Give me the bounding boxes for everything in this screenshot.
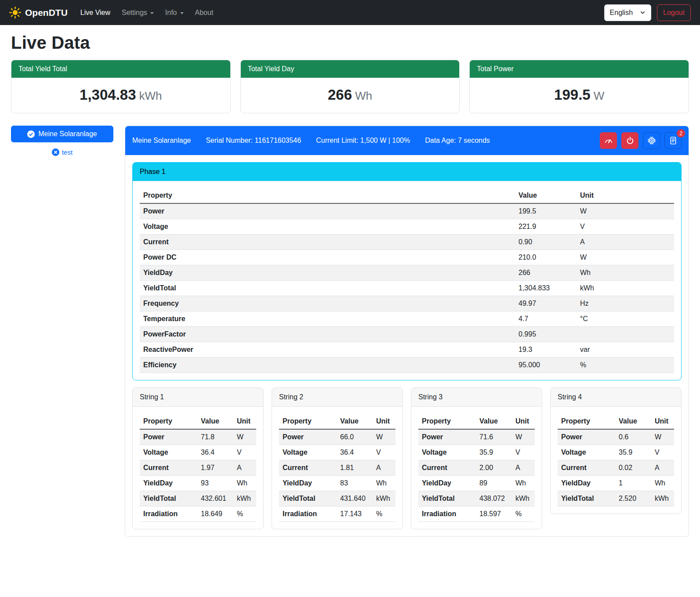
table-row: Current 0.02 A	[558, 460, 674, 476]
property-name: Voltage	[418, 445, 476, 460]
string-title: String 2	[272, 388, 403, 407]
sidebar-item-test-label: test	[62, 148, 73, 156]
property-value: 0.6	[615, 429, 651, 445]
table-header-row: Property Value Unit	[140, 188, 674, 203]
property-value: 49.97	[515, 296, 577, 311]
property-value: 71.6	[476, 429, 512, 445]
property-value: 1	[615, 476, 651, 491]
col-header-value: Value	[515, 188, 577, 203]
nav-settings-dropdown[interactable]: Settings	[116, 5, 160, 20]
nav-info-dropdown[interactable]: Info	[160, 5, 189, 20]
property-value: 221.9	[515, 219, 577, 235]
nav-links: Live View Settings Info About	[75, 5, 219, 20]
property-unit: A	[233, 460, 256, 476]
property-value: 1.97	[197, 460, 233, 476]
table-row: YieldDay 89 Wh	[418, 476, 535, 491]
property-unit: kWh	[373, 491, 395, 507]
property-name: Current	[279, 460, 337, 476]
table-row: Voltage 35.9 V	[558, 445, 674, 460]
property-value: 0.02	[615, 460, 651, 476]
strings-row: String 1 Property Value Unit	[132, 387, 682, 529]
property-value: 17.143	[337, 507, 373, 522]
property-value: 36.4	[337, 445, 373, 460]
property-name: YieldTotal	[279, 491, 337, 507]
property-name: Power	[558, 429, 615, 445]
inverter-data-age: Data Age: 7 seconds	[425, 137, 490, 145]
property-name: Current	[140, 460, 197, 476]
card-body: 199.5W	[470, 78, 689, 113]
property-value: 93	[197, 476, 233, 491]
string-table: Property Value Unit Power	[140, 414, 256, 522]
table-row: YieldDay 266 Wh	[140, 265, 674, 281]
property-name: YieldTotal	[140, 491, 197, 507]
phase-title: Phase 1	[133, 163, 681, 181]
nav-settings-label: Settings	[122, 9, 147, 17]
col-header-unit: Unit	[651, 414, 674, 429]
navbar: OpenDTU Live View Settings Info About En…	[0, 0, 700, 25]
string-body: Property Value Unit Power	[133, 407, 263, 529]
inverter-select-label: Meine Solaranlage	[38, 130, 97, 138]
chevron-down-icon	[640, 10, 646, 15]
property-name: Voltage	[558, 445, 615, 460]
property-name: Power DC	[140, 250, 515, 265]
property-name: ReactivePower	[140, 342, 515, 358]
inverter-select-button[interactable]: Meine Solaranlage	[11, 126, 113, 142]
language-select[interactable]: English	[604, 4, 651, 21]
table-row: Power 0.6 W	[558, 429, 674, 445]
table-header-row: Property Value Unit	[418, 414, 535, 429]
property-value: 1,304.833	[515, 281, 577, 296]
summary-cards: Total Yield Total 1,304.83kWh Total Yiel…	[11, 60, 689, 113]
table-row: Power 71.6 W	[418, 429, 535, 445]
col-header-value: Value	[615, 414, 651, 429]
limit-settings-button[interactable]	[600, 132, 617, 149]
brand-link[interactable]: OpenDTU	[6, 7, 71, 18]
nav-about[interactable]: About	[189, 5, 219, 20]
property-unit: W	[651, 429, 674, 445]
property-unit: W	[577, 250, 674, 265]
property-value: 18.597	[476, 507, 512, 522]
property-value: 71.8	[197, 429, 233, 445]
nav-live-view[interactable]: Live View	[75, 5, 116, 20]
table-row: Voltage 221.9 V	[140, 219, 674, 235]
logout-button[interactable]: Logout	[657, 4, 691, 21]
table-row: ReactivePower 19.3 var	[140, 342, 674, 358]
property-unit: °C	[577, 311, 674, 327]
table-row: YieldTotal 2.520 kWh	[558, 491, 674, 507]
event-log-button[interactable]: 2	[664, 132, 682, 149]
table-header-row: Property Value Unit	[279, 414, 395, 429]
property-unit: A	[373, 460, 395, 476]
table-row: YieldTotal 438.072 kWh	[418, 491, 535, 507]
col-header-property: Property	[140, 188, 515, 203]
page-title: Live Data	[11, 33, 689, 53]
property-name: Irradiation	[279, 507, 337, 522]
property-name: Temperature	[140, 311, 515, 327]
col-header-property: Property	[140, 414, 197, 429]
property-unit: W	[233, 429, 256, 445]
page-content: Live Data Total Yield Total 1,304.83kWh …	[0, 33, 700, 549]
total-power-unit: W	[594, 89, 605, 102]
sidebar-item-test[interactable]: test	[11, 148, 113, 156]
table-row: Frequency 49.97 Hz	[140, 296, 674, 311]
device-info-button[interactable]	[643, 132, 660, 149]
power-button[interactable]	[621, 132, 638, 149]
table-row: Efficiency 95.000 %	[140, 358, 674, 373]
inverter-limit: Current Limit: 1,500 W | 100%	[316, 137, 410, 145]
table-row: Irradiation 18.597 %	[418, 507, 535, 522]
card-total-yield-day: Total Yield Day 266Wh	[240, 60, 460, 113]
table-row: YieldTotal 431.640 kWh	[279, 491, 395, 507]
property-name: YieldTotal	[140, 281, 515, 296]
inverter-name: Meine Solaranlage	[132, 137, 191, 145]
property-value: 4.7	[515, 311, 577, 327]
property-name: YieldDay	[140, 265, 515, 281]
col-header-property: Property	[418, 414, 476, 429]
string-body: Property Value Unit Power	[551, 407, 681, 514]
table-row: Current 2.00 A	[418, 460, 535, 476]
property-name: Current	[418, 460, 476, 476]
sun-icon	[9, 7, 21, 18]
property-name: YieldTotal	[558, 491, 615, 507]
property-value: 0.995	[515, 327, 577, 342]
total-power-value: 199.5	[554, 87, 591, 103]
property-unit: V	[512, 445, 535, 460]
table-row: YieldDay 1 Wh	[558, 476, 674, 491]
property-unit: V	[373, 445, 395, 460]
